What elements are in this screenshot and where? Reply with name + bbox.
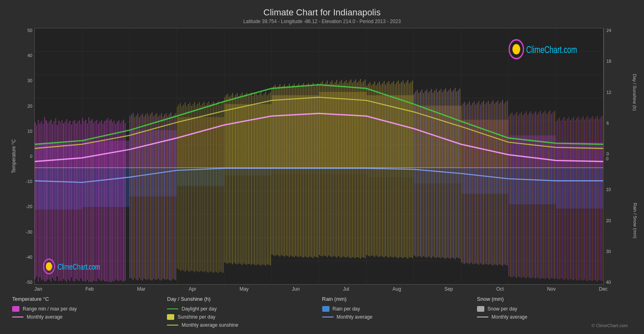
svg-rect-78: [80, 124, 81, 279]
svg-rect-276: [396, 82, 397, 257]
svg-rect-202: [279, 84, 280, 257]
svg-rect-158: [210, 104, 211, 272]
svg-rect-180: [245, 94, 245, 264]
svg-rect-315: [458, 90, 459, 258]
svg-rect-146: [191, 106, 192, 271]
svg-rect-296: [428, 93, 429, 257]
svg-rect-298: [431, 89, 432, 258]
copyright: © ClimeChart.com: [591, 323, 632, 328]
svg-rect-152: [201, 105, 201, 271]
svg-rect-117: [145, 115, 146, 280]
label-daylight: Daylight per day: [182, 306, 217, 312]
svg-rect-335: [490, 104, 490, 264]
label-monthly-avg-sunshine: Monthly average sunshine: [182, 322, 238, 328]
svg-rect-106: [125, 123, 126, 281]
svg-rect-300: [434, 90, 435, 257]
label-monthly-avg-temp: Monthly average: [27, 314, 63, 320]
svg-rect-368: [542, 114, 543, 278]
svg-rect-245: [347, 83, 348, 256]
svg-rect-130: [166, 113, 167, 280]
x-axis: Jan Feb Mar Apr May Jun Jul Aug Sep Oct …: [34, 285, 608, 292]
svg-rect-342: [500, 102, 501, 265]
svg-rect-262: [374, 82, 375, 257]
svg-rect-345: [505, 102, 506, 265]
svg-rect-127: [161, 113, 162, 281]
svg-rect-141: [183, 104, 184, 270]
legend-group-rain: Rain (mm) Rain per day Monthly average: [322, 296, 477, 328]
svg-rect-120: [150, 114, 151, 280]
svg-rect-391: [578, 117, 579, 281]
svg-rect-185: [253, 96, 253, 264]
legend-item-range: Range min / max per day: [12, 306, 167, 312]
svg-rect-132: [169, 114, 170, 280]
legend-title-snow: Snow (mm): [477, 296, 632, 302]
svg-rect-372: [548, 113, 549, 279]
svg-rect-76: [77, 122, 78, 281]
svg-rect-192: [264, 94, 264, 265]
svg-rect-84: [90, 121, 91, 281]
svg-rect-289: [417, 90, 418, 257]
svg-rect-118: [147, 113, 148, 280]
svg-rect-326: [475, 104, 476, 263]
y-axis-left: Temperature °C 50 40 30 20 10 0 -10 -20 …: [12, 28, 34, 285]
svg-rect-178: [242, 93, 243, 265]
svg-rect-266: [380, 85, 381, 256]
svg-rect-311: [452, 91, 452, 257]
label-temp-range: Range min / max per day: [23, 306, 77, 312]
svg-rect-231: [325, 83, 326, 256]
svg-rect-251: [357, 83, 358, 257]
svg-rect-49: [35, 122, 36, 279]
svg-rect-214: [298, 84, 299, 257]
svg-rect-330: [481, 102, 482, 264]
svg-rect-222: [311, 85, 312, 257]
svg-rect-205: [284, 84, 285, 257]
svg-rect-332: [485, 104, 486, 264]
svg-rect-339: [496, 102, 496, 265]
svg-rect-119: [148, 116, 149, 279]
svg-rect-195: [268, 94, 269, 265]
svg-rect-340: [497, 100, 498, 266]
svg-rect-323: [471, 105, 471, 263]
svg-rect-206: [286, 87, 287, 255]
svg-rect-240: [340, 82, 340, 257]
svg-rect-105: [123, 120, 124, 282]
svg-rect-171: [230, 95, 231, 263]
svg-rect-237: [335, 82, 336, 257]
svg-rect-317: [461, 106, 462, 262]
page-wrapper: Climate Chart for Indianapolis Latitude …: [0, 0, 644, 334]
svg-rect-400: [592, 116, 593, 281]
legend-title-daylight: Day / Sunshine (h): [167, 296, 322, 302]
svg-rect-115: [142, 113, 143, 281]
svg-rect-88: [96, 120, 97, 282]
svg-rect-161: [215, 104, 215, 272]
svg-rect-169: [227, 94, 228, 264]
svg-rect-252: [359, 81, 359, 257]
svg-rect-149: [196, 106, 196, 271]
svg-rect-50: [36, 125, 37, 277]
svg-rect-380: [561, 121, 562, 279]
svg-rect-336: [491, 102, 492, 265]
svg-rect-271: [389, 81, 389, 257]
svg-rect-290: [418, 93, 419, 256]
svg-rect-173: [234, 97, 234, 263]
label-sunshine: Sunshine per day: [177, 314, 215, 320]
svg-rect-154: [204, 102, 205, 272]
svg-rect-227: [319, 85, 320, 255]
legend-item-monthly-avg-snow: Monthly average: [477, 314, 632, 320]
svg-rect-265: [379, 82, 380, 257]
svg-rect-109: [133, 113, 133, 280]
svg-rect-170: [229, 97, 230, 263]
svg-rect-367: [540, 111, 541, 279]
svg-rect-103: [120, 123, 121, 280]
svg-rect-228: [321, 83, 321, 256]
svg-rect-121: [152, 113, 152, 281]
svg-rect-399: [591, 118, 591, 281]
month-aug: Aug: [393, 286, 401, 292]
svg-rect-359: [528, 115, 528, 277]
legend-title-rain: Rain (mm): [322, 296, 477, 302]
chart-svg: ClimeChart.com ClimeChart.com: [35, 28, 603, 284]
svg-rect-100: [115, 124, 116, 279]
month-jan: Jan: [34, 286, 42, 292]
svg-rect-220: [308, 83, 309, 257]
svg-rect-248: [352, 83, 353, 257]
